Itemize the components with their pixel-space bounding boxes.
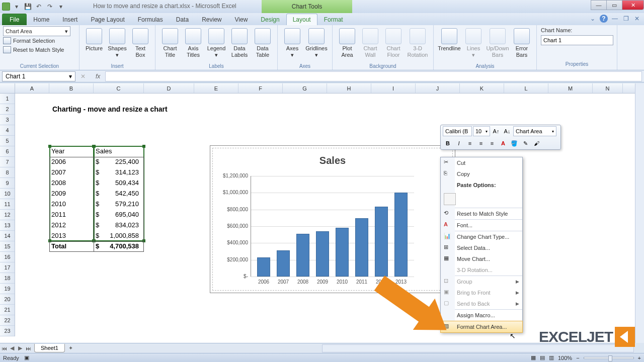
chart-object[interactable]: Sales $-$200,000$400,000$600,000$800,000… (210, 145, 455, 293)
tab-layout[interactable]: Layout (286, 14, 317, 25)
align-left-icon[interactable]: ≡ (465, 138, 475, 148)
title-bar: ▾ 💾 ↶ ↷ ▾ How to move and resize a chart… (0, 0, 644, 13)
shapes-button[interactable]: Shapes▾ (106, 26, 129, 58)
tab-design[interactable]: Design (254, 14, 286, 25)
font-color-button[interactable]: A (498, 138, 508, 148)
redo-icon[interactable]: ↷ (45, 2, 54, 11)
error-bars-button[interactable]: Error Bars (510, 26, 533, 58)
textbox-button[interactable]: Text Box (129, 26, 152, 58)
grow-font-icon[interactable]: A↑ (491, 126, 501, 136)
format-painter-icon[interactable]: 🖌 (531, 138, 541, 148)
last-sheet-icon[interactable]: ⏭ (24, 344, 32, 352)
outline-button[interactable]: ✎ (520, 138, 530, 148)
ctx-assign-macro[interactable]: Assign Macro... (441, 310, 522, 321)
ctx-paste-options-header: Paste Options: (441, 179, 522, 191)
chart-floor-button: Chart Floor (382, 26, 405, 58)
tab-formulas[interactable]: Formulas (131, 14, 170, 25)
font-family-dropdown[interactable]: Calibri (B (443, 126, 472, 136)
macro-record-icon[interactable]: ▣ (24, 354, 29, 361)
tab-file[interactable]: File (2, 14, 27, 25)
tab-review[interactable]: Review (195, 14, 228, 25)
ctx-format-chart-area[interactable]: ▨Format Chart Area... (440, 321, 523, 333)
view-page-layout-icon[interactable]: ▤ (540, 354, 545, 361)
save-icon[interactable]: 💾 (23, 2, 32, 11)
workbook-restore-icon[interactable]: ❐ (622, 15, 630, 23)
minimize-ribbon-icon[interactable]: ⌄ (589, 15, 597, 23)
zoom-out-icon[interactable]: − (576, 355, 579, 361)
zoom-level[interactable]: 100% (558, 355, 572, 361)
column-headers[interactable]: ABCDEFGHIJKLMN (15, 83, 635, 94)
vertical-scrollbar[interactable] (635, 83, 644, 343)
qat-customize-icon[interactable]: ▾ (56, 2, 65, 11)
tab-page-layout[interactable]: Page Layout (84, 14, 131, 25)
view-normal-icon[interactable]: ▦ (531, 354, 536, 361)
tab-insert[interactable]: Insert (56, 14, 84, 25)
undo-icon[interactable]: ↶ (34, 2, 43, 11)
minimize-button[interactable]: — (591, 0, 607, 10)
align-right-icon[interactable]: ≡ (487, 138, 497, 148)
sheet-tab-sheet1[interactable]: Sheet1 (34, 344, 65, 352)
workbook-close-icon[interactable]: ✕ (633, 15, 641, 23)
bold-button[interactable]: B (443, 138, 453, 148)
view-page-break-icon[interactable]: ▥ (549, 354, 554, 361)
gridlines-button[interactable]: Gridlines▾ (304, 26, 329, 58)
select-all-corner[interactable] (0, 83, 15, 94)
ctx-font[interactable]: AFont... (441, 220, 522, 231)
maximize-button[interactable]: ▭ (606, 0, 622, 10)
axes-button[interactable]: Axes▾ (281, 26, 304, 58)
row-headers[interactable]: 1234567891011121314151617181920212223 (0, 94, 15, 336)
updown-icon (490, 28, 506, 44)
quick-access-toolbar: ▾ 💾 ↶ ↷ ▾ (2, 2, 65, 11)
chart-element-dropdown[interactable]: Chart Area▾ (3, 26, 70, 36)
prev-sheet-icon[interactable]: ◀ (8, 344, 16, 352)
qat-dropdown-icon[interactable]: ▾ (12, 2, 21, 11)
ctx-copy[interactable]: ⎘Copy (441, 168, 522, 179)
cancel-icon[interactable]: ✕ (80, 73, 86, 80)
fill-color-button[interactable]: 🪣 (509, 138, 519, 148)
next-sheet-icon[interactable]: ▶ (16, 344, 24, 352)
data-labels-button[interactable]: Data Labels (228, 26, 251, 58)
first-sheet-icon[interactable]: ⏮ (0, 344, 8, 352)
help-icon[interactable]: ? (600, 15, 608, 23)
tab-data[interactable]: Data (170, 14, 195, 25)
chart-area-dropdown[interactable]: Chart Area▾ (513, 126, 556, 136)
tab-view[interactable]: View (228, 14, 255, 25)
reset-to-match-style-button[interactable]: Reset to Match Style (3, 45, 76, 54)
italic-button[interactable]: I (454, 138, 464, 148)
formula-input[interactable] (105, 71, 642, 81)
trendline-button[interactable]: Trendline (437, 26, 462, 52)
align-center-icon[interactable]: ≡ (476, 138, 486, 148)
zoom-slider[interactable] (584, 357, 634, 359)
ctx-paste-option[interactable] (441, 191, 522, 208)
zoom-in-icon[interactable]: + (638, 355, 641, 361)
font-size-dropdown[interactable]: 10▾ (473, 126, 490, 136)
chart-wall-button: Chart Wall (359, 26, 382, 58)
ctx-cut[interactable]: ✂Cut (441, 157, 522, 168)
axis-titles-button[interactable]: Axis Titles (182, 26, 205, 58)
tab-format[interactable]: Format (317, 14, 350, 25)
legend-button[interactable]: Legend▾ (205, 26, 228, 58)
shrink-font-icon[interactable]: A↓ (502, 126, 512, 136)
plot-area: $-$200,000$400,000$600,000$800,000$1,000… (251, 176, 414, 277)
format-selection-button[interactable]: Format Selection (3, 36, 76, 45)
horizontal-scrollbar[interactable] (322, 344, 634, 352)
ctx-change-chart-type[interactable]: 📊Change Chart Type... (441, 231, 522, 242)
ctx-select-data[interactable]: ⊞Select Data... (441, 242, 522, 253)
workbook-minimize-icon[interactable]: — (611, 15, 619, 23)
error-bars-icon (514, 28, 530, 44)
picture-button[interactable]: Picture (83, 26, 106, 52)
close-button[interactable]: ✕ (622, 0, 644, 10)
plot-area-button[interactable]: Plot Area (336, 26, 359, 58)
name-box[interactable]: Chart 1▾ (2, 71, 75, 81)
ctx-reset-style[interactable]: ⟲Reset to Match Style (441, 208, 522, 219)
data-table-icon (255, 28, 271, 44)
new-sheet-icon[interactable]: ✦ (67, 344, 75, 352)
chart-title-icon (162, 28, 178, 44)
chart-title-button[interactable]: Chart Title (158, 26, 182, 58)
tab-home[interactable]: Home (27, 14, 56, 25)
copy-icon: ⎘ (444, 170, 452, 178)
chart-name-input[interactable] (541, 35, 613, 45)
fx-icon[interactable]: fx (96, 73, 100, 80)
data-table-button[interactable]: Data Table (251, 26, 274, 58)
ctx-move-chart[interactable]: ▦Move Chart... (441, 253, 522, 264)
